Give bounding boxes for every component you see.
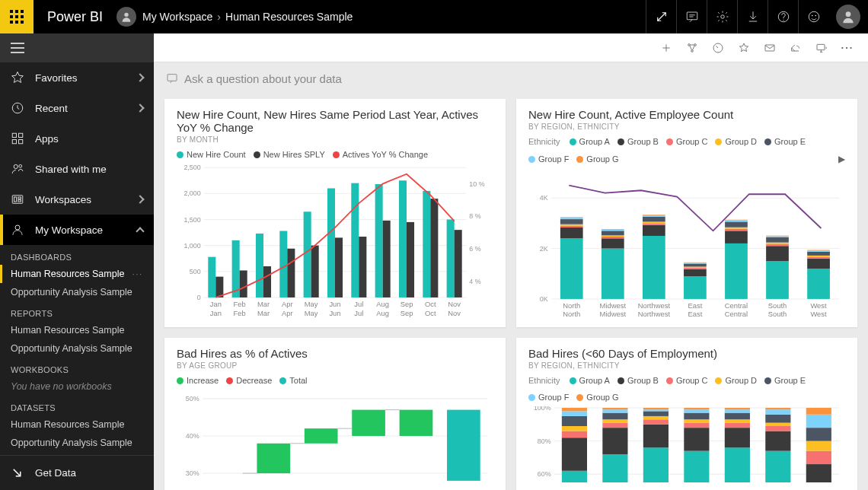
legend-item[interactable]: Group E xyxy=(764,376,806,385)
legend-item[interactable]: Group D xyxy=(715,137,757,146)
svg-rect-0 xyxy=(10,10,13,13)
sub-item[interactable]: Opportunity Analysis Sample xyxy=(0,339,154,358)
legend-item[interactable]: Group E xyxy=(764,137,806,146)
usage-button[interactable] xyxy=(705,33,731,62)
feedback-button[interactable] xyxy=(798,0,828,33)
legend-item[interactable]: Group D xyxy=(715,376,757,385)
legend-item[interactable]: Group F xyxy=(528,393,569,402)
legend-item[interactable]: Total xyxy=(279,376,307,385)
legend-item[interactable]: Group C xyxy=(666,137,708,146)
legend-item[interactable]: Group A xyxy=(570,137,610,146)
monitor-icon xyxy=(815,42,828,54)
help-button[interactable] xyxy=(767,0,798,33)
legend-swatch xyxy=(254,151,260,158)
nav-my-workspace[interactable]: My Workspace xyxy=(0,215,154,245)
svg-rect-209 xyxy=(643,419,669,425)
section-header: DASHBOARDS xyxy=(0,245,154,265)
more-icon[interactable]: ··· xyxy=(132,270,143,278)
svg-rect-1 xyxy=(15,10,18,13)
sub-item[interactable]: Human Resources Sample xyxy=(0,321,154,339)
svg-rect-157 xyxy=(766,237,789,243)
svg-text:2K: 2K xyxy=(540,245,548,253)
svg-text:30%: 30% xyxy=(186,469,199,477)
nav-shared[interactable]: Shared with me xyxy=(0,154,154,184)
svg-text:North: North xyxy=(563,301,580,310)
legend-item[interactable]: Group G xyxy=(576,393,618,402)
chart: 30%40%50% xyxy=(177,390,493,484)
tile-new-hire-count-month[interactable]: New Hire Count, New Hires Same Period La… xyxy=(164,99,506,327)
legend-item[interactable]: Decrease xyxy=(226,376,272,385)
legend-item[interactable]: New Hire Count xyxy=(177,150,246,159)
section-header: WORKBOOKS xyxy=(0,358,154,377)
fullscreen-button[interactable] xyxy=(646,0,676,33)
nav-workspaces[interactable]: Workspaces xyxy=(0,184,154,215)
legend-label: Group C xyxy=(676,376,708,385)
legend-swatch xyxy=(528,156,535,163)
add-tile-button[interactable] xyxy=(653,33,679,62)
sub-item[interactable]: Human Resources Sample xyxy=(0,415,154,434)
settings-button[interactable] xyxy=(707,0,737,33)
main: ··· Ask a question about your data New H… xyxy=(154,33,868,490)
sub-item: You have no workbooks xyxy=(0,377,154,396)
workspaces-icon xyxy=(11,192,24,206)
legend-item[interactable]: Group F xyxy=(528,154,569,164)
legend-item[interactable]: Group B xyxy=(617,137,659,146)
share-icon xyxy=(790,42,802,54)
legend-scroll-right[interactable]: ▶ xyxy=(838,154,845,164)
nav-recent[interactable]: Recent xyxy=(0,93,154,123)
svg-rect-163 xyxy=(807,259,830,269)
legend-item[interactable]: Group G xyxy=(576,154,618,164)
star-icon xyxy=(738,42,750,54)
share-button[interactable] xyxy=(783,33,809,62)
legend-item[interactable]: New Hires SPLY xyxy=(254,150,325,159)
sub-item[interactable]: Opportunity Analysis Sample xyxy=(0,434,154,452)
nav-favorites[interactable]: Favorites xyxy=(0,62,154,93)
svg-rect-207 xyxy=(643,447,669,482)
sub-item-label: Human Resources Sample xyxy=(11,419,124,430)
legend-item[interactable]: Group C xyxy=(666,376,708,385)
svg-rect-205 xyxy=(602,409,627,412)
svg-text:2,500: 2,500 xyxy=(183,164,200,171)
download-button[interactable] xyxy=(737,0,767,33)
nav-apps[interactable]: Apps xyxy=(0,123,154,154)
sub-item-label: You have no workbooks xyxy=(11,381,112,392)
app-launcher-button[interactable] xyxy=(0,0,34,33)
svg-point-9 xyxy=(124,13,128,17)
view-button[interactable] xyxy=(809,33,834,62)
get-data-button[interactable]: Get Data xyxy=(0,455,154,490)
svg-point-36 xyxy=(694,43,697,46)
ask-question-input[interactable]: Ask a question about your data xyxy=(154,62,868,94)
comments-button[interactable] xyxy=(676,0,707,33)
svg-text:Central: Central xyxy=(725,301,748,310)
sub-item[interactable]: Human Resources Sample··· xyxy=(0,265,154,283)
favorite-button[interactable] xyxy=(731,33,757,62)
download-icon xyxy=(746,10,760,24)
star-icon xyxy=(11,71,24,84)
tile-bad-hires-60days[interactable]: Bad Hires (<60 Days of Employment) BY RE… xyxy=(516,338,857,490)
svg-rect-78 xyxy=(327,188,335,297)
tile-new-hire-region[interactable]: New Hire Count, Active Employee Count BY… xyxy=(516,99,857,327)
related-button[interactable] xyxy=(679,33,705,62)
svg-rect-91 xyxy=(407,222,414,298)
svg-rect-231 xyxy=(765,423,790,426)
legend-item[interactable]: Actives YoY % Change xyxy=(333,150,428,159)
legend-item[interactable]: Group B xyxy=(617,376,659,385)
legend-label: Group C xyxy=(676,137,708,146)
sub-item[interactable]: Opportunity Analysis Sample xyxy=(0,283,154,301)
breadcrumb-workspace[interactable]: My Workspace xyxy=(142,11,212,23)
svg-rect-120 xyxy=(602,235,624,237)
user-avatar[interactable] xyxy=(836,5,860,29)
svg-rect-140 xyxy=(684,262,707,263)
legend-item[interactable]: Increase xyxy=(177,376,219,385)
breadcrumb: My Workspace › Human Resources Sample xyxy=(142,11,353,23)
svg-rect-108 xyxy=(560,238,583,299)
collapse-nav-button[interactable] xyxy=(0,33,154,62)
tile-subtitle: BY MONTH xyxy=(177,135,493,144)
subscribe-button[interactable] xyxy=(757,33,783,62)
legend-item[interactable]: Group A xyxy=(570,376,610,385)
svg-text:8 %: 8 % xyxy=(469,212,480,220)
tile-bad-hires-actives[interactable]: Bad Hires as % of Actives BY AGE GROUP I… xyxy=(164,338,506,490)
svg-text:10 %: 10 % xyxy=(469,180,484,187)
more-options-button[interactable]: ··· xyxy=(834,33,860,62)
svg-text:Jan: Jan xyxy=(210,309,222,317)
